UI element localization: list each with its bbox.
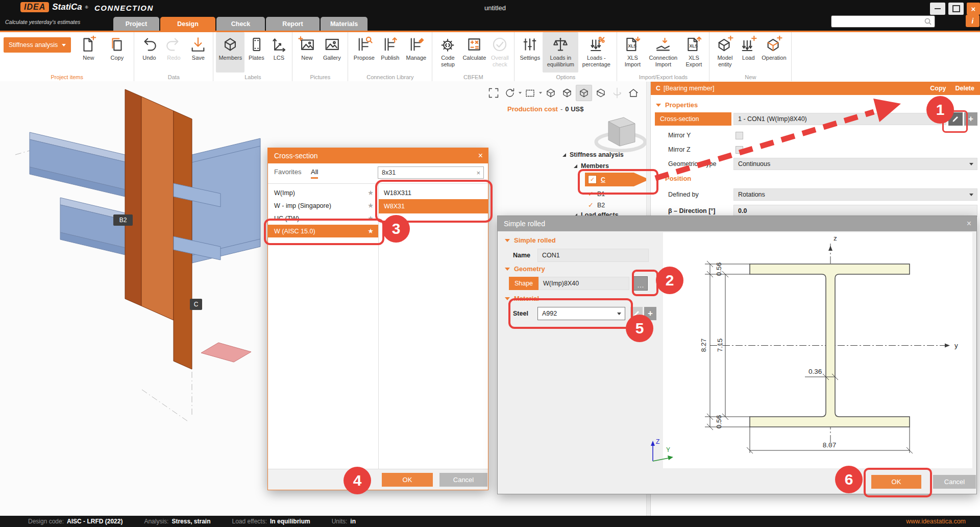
global-search-input[interactable]: [831, 18, 924, 25]
tree-item-members[interactable]: Members: [574, 162, 609, 170]
tab-design[interactable]: Design: [160, 17, 215, 31]
chevron-down-icon[interactable]: [539, 92, 542, 94]
member-label-c[interactable]: C: [190, 299, 202, 310]
manage-button[interactable]: Manage: [403, 32, 429, 73]
xls-import-button[interactable]: XLS XLS Import: [620, 32, 645, 73]
save-button[interactable]: Save: [186, 32, 210, 73]
xls-export-button[interactable]: XLS XLS Export: [681, 32, 706, 73]
family-item[interactable]: W - imp (Singapore) ★: [268, 199, 378, 212]
home-view-button[interactable]: [626, 85, 641, 101]
redo-button[interactable]: Redo: [161, 32, 186, 73]
undo-button[interactable]: Undo: [137, 32, 161, 73]
section-simple-rolled[interactable]: Simple rolled: [505, 236, 556, 244]
stiffness-analysis-dropdown[interactable]: Stiffness analysis: [4, 37, 71, 53]
section-item-selected[interactable]: W8X31: [379, 199, 488, 213]
steel-grade-dropdown[interactable]: A992: [537, 307, 625, 320]
wireframe-view-button[interactable]: [543, 85, 558, 101]
solid-view-button[interactable]: [576, 85, 592, 101]
family-item[interactable]: W(Imp) ★: [268, 186, 378, 199]
favorite-star-icon[interactable]: ★: [368, 189, 374, 197]
zoom-fit-button[interactable]: [486, 85, 501, 101]
ok-button[interactable]: OK: [871, 475, 921, 489]
shaded-wireframe-view-button[interactable]: [559, 85, 575, 101]
dialog-close-button[interactable]: ×: [478, 148, 483, 163]
tab-favorites[interactable]: Favorites: [274, 168, 301, 176]
chevron-down-icon[interactable]: [519, 92, 522, 94]
expander-icon[interactable]: [562, 153, 566, 157]
mirror-z-checkbox[interactable]: [736, 146, 743, 154]
navigation-cube[interactable]: [594, 108, 647, 157]
tab-project[interactable]: Project: [113, 17, 159, 31]
lcs-button[interactable]: LCS: [268, 32, 289, 73]
tab-check[interactable]: Check: [216, 17, 265, 31]
gallery-button[interactable]: Gallery: [318, 32, 345, 73]
load-button[interactable]: Load: [738, 32, 759, 73]
section-geometry[interactable]: Geometry: [505, 265, 545, 273]
code-setup-button[interactable]: Code setup: [435, 32, 460, 73]
3d-connection-model: [15, 83, 281, 430]
expander-icon[interactable]: [574, 164, 577, 168]
defined-by-dropdown[interactable]: Rotations: [733, 188, 977, 201]
section-view-button[interactable]: [593, 85, 608, 101]
global-search-box[interactable]: [831, 15, 935, 28]
family-item-selected[interactable]: W (AISC 15.0) ★: [268, 225, 378, 237]
tab-all[interactable]: All: [311, 168, 318, 179]
calculate-button[interactable]: Calculate: [460, 32, 488, 73]
close-button[interactable]: ×: [967, 3, 980, 15]
add-material-button[interactable]: +: [644, 307, 656, 320]
edit-cross-section-button[interactable]: [948, 112, 963, 126]
settings-button[interactable]: Settings: [517, 32, 543, 73]
publish-button[interactable]: Publish: [377, 32, 403, 73]
loads-percentage-button[interactable]: Loads - percentage: [578, 32, 614, 73]
geometrical-type-dropdown[interactable]: Continuous: [733, 158, 977, 170]
propose-button[interactable]: Propose: [351, 32, 377, 73]
checkbox-checked[interactable]: ✓: [588, 175, 597, 184]
section-material[interactable]: Material: [505, 295, 539, 302]
members-button[interactable]: Members: [216, 32, 244, 73]
tab-report[interactable]: Report: [266, 17, 320, 31]
website-link[interactable]: www.ideastatica.com: [906, 518, 966, 525]
clear-search-icon[interactable]: ×: [476, 169, 483, 177]
cross-section-search-input[interactable]: [378, 169, 476, 176]
favorite-star-icon[interactable]: ★: [368, 227, 374, 235]
tree-item-member-b2[interactable]: ✓ B2: [588, 201, 605, 209]
name-input[interactable]: CON1: [537, 249, 649, 262]
spin-view-button[interactable]: [609, 85, 625, 101]
favorite-star-icon[interactable]: ★: [368, 202, 374, 209]
maximize-button[interactable]: [948, 3, 964, 15]
rotate-view-button[interactable]: [502, 85, 518, 101]
minimize-button[interactable]: [930, 3, 945, 15]
model-entity-button[interactable]: Model entity: [712, 32, 738, 73]
zoom-window-button[interactable]: [523, 85, 538, 101]
operation-button[interactable]: Operation: [759, 32, 789, 73]
cancel-button[interactable]: Cancel: [439, 473, 487, 487]
tab-materials[interactable]: Materials: [321, 17, 368, 31]
ok-button[interactable]: OK: [382, 473, 433, 487]
select-shape-button[interactable]: …: [633, 276, 648, 291]
tree-item-stiffness-analysis[interactable]: Stiffness analysis: [562, 151, 624, 158]
cancel-button[interactable]: Cancel: [933, 475, 976, 489]
dialog-close-button[interactable]: ×: [967, 216, 971, 231]
section-item[interactable]: W18X311: [379, 186, 488, 199]
loads-in-equilibrium-button[interactable]: Loads in equilibrium: [543, 32, 578, 73]
section-properties[interactable]: Properties: [656, 101, 698, 109]
favorite-star-icon[interactable]: ★: [368, 214, 374, 222]
edit-material-button[interactable]: [630, 307, 643, 320]
info-button[interactable]: i: [966, 15, 979, 27]
copy-member-button[interactable]: Copy: [930, 85, 946, 92]
plates-button[interactable]: Plates: [244, 32, 268, 73]
connection-import-button[interactable]: Connection Import: [645, 32, 681, 73]
copy-project-item-button[interactable]: Copy: [103, 32, 131, 73]
add-cross-section-button[interactable]: +: [964, 112, 977, 126]
family-item[interactable]: UC (TW) ★: [268, 212, 378, 225]
cross-section-dropdown[interactable]: 1 - CON1 (W(Imp)8X40): [733, 113, 946, 125]
member-label-b2[interactable]: B2: [113, 214, 133, 226]
new-picture-button[interactable]: New: [295, 32, 318, 73]
overall-check-button[interactable]: Overall check: [488, 32, 511, 73]
section-position[interactable]: Position: [656, 175, 691, 182]
tree-item-member-b1[interactable]: ✓ B1: [588, 190, 605, 198]
mirror-y-checkbox[interactable]: [736, 132, 743, 139]
delete-member-button[interactable]: Delete: [955, 85, 974, 92]
cross-section-search-box[interactable]: ×: [378, 166, 484, 179]
new-project-item-button[interactable]: New: [74, 32, 103, 73]
